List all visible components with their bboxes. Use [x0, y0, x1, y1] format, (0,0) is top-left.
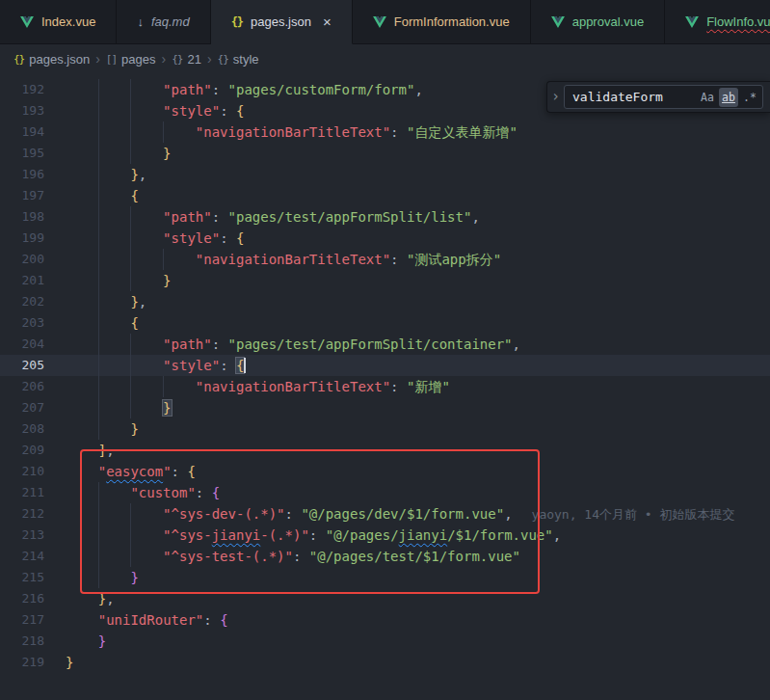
- code-line[interactable]: 217"uniIdRouter": {: [0, 609, 770, 631]
- code-line[interactable]: 213"^sys-jianyi-(.*)": "@/pages/jianyi/$…: [0, 525, 770, 546]
- line-number[interactable]: 204: [0, 334, 44, 355]
- code-text[interactable]: }: [44, 631, 770, 652]
- code-text[interactable]: "style": {: [44, 355, 770, 376]
- code-text[interactable]: }: [44, 143, 770, 164]
- code-text[interactable]: "^sys-jianyi-(.*)": "@/pages/jianyi/$1/f…: [44, 525, 770, 546]
- code-line[interactable]: 204"path": "pages/test/appFormSplit/cont…: [0, 334, 770, 355]
- editor[interactable]: 192"path": "pages/customForm/form",193"s…: [0, 73, 770, 700]
- breadcrumb-item-style[interactable]: {}style: [218, 52, 259, 67]
- line-number[interactable]: 214: [0, 546, 44, 567]
- line-number[interactable]: 219: [0, 652, 44, 673]
- code-line[interactable]: 203{: [0, 312, 770, 334]
- code-line[interactable]: 206"navigationBarTitleText": "新增": [0, 376, 770, 397]
- tab-faq-md[interactable]: ↓faq.md: [117, 0, 210, 44]
- code-line[interactable]: 214"^sys-test-(.*)": "@/pages/test/$1/fo…: [0, 546, 770, 567]
- code-token: :: [293, 549, 309, 564]
- code-text[interactable]: "^sys-test-(.*)": "@/pages/test/$1/form.…: [44, 546, 770, 567]
- code-line[interactable]: 202},: [0, 291, 770, 312]
- code-text[interactable]: "path": "pages/test/appFormSplit/list",: [44, 206, 770, 228]
- code-line[interactable]: 195}: [0, 143, 770, 164]
- code-line[interactable]: 197{: [0, 185, 770, 206]
- code-line[interactable]: 212"^sys-dev-(.*)": "@/pages/dev/$1/form…: [0, 503, 770, 525]
- find-input[interactable]: validateForm Aaab.*: [564, 85, 763, 109]
- code-line[interactable]: 215}: [0, 567, 770, 588]
- code-line[interactable]: 198"path": "pages/test/appFormSplit/list…: [0, 206, 770, 228]
- line-number[interactable]: 194: [0, 121, 44, 143]
- code-line[interactable]: 219}: [0, 652, 770, 673]
- code-text[interactable]: "navigationBarTitleText": "测试app拆分": [44, 249, 770, 270]
- code-text[interactable]: },: [44, 291, 770, 312]
- tab-index-vue[interactable]: Index.vue: [0, 0, 117, 44]
- line-number[interactable]: 199: [0, 228, 44, 249]
- code-line[interactable]: 201}: [0, 270, 770, 291]
- line-number[interactable]: 201: [0, 270, 44, 291]
- line-number[interactable]: 205: [0, 355, 44, 376]
- match-case-toggle[interactable]: Aa: [698, 88, 717, 107]
- code-line[interactable]: 218}: [0, 631, 770, 652]
- code-line[interactable]: 210"easycom": {: [0, 461, 770, 482]
- tab-flowinfo-vu[interactable]: FlowInfo.vu: [665, 0, 770, 44]
- line-number[interactable]: 210: [0, 461, 44, 482]
- code-text[interactable]: },: [44, 588, 770, 609]
- line-number[interactable]: 196: [0, 164, 44, 185]
- whole-word-toggle[interactable]: ab: [719, 88, 738, 107]
- code-text[interactable]: }: [44, 418, 770, 440]
- breadcrumb-item-pages-json[interactable]: {}pages.json: [13, 52, 90, 67]
- code-text[interactable]: }: [44, 567, 770, 588]
- breadcrumb-item-pages[interactable]: []pages: [106, 52, 156, 67]
- line-number[interactable]: 206: [0, 376, 44, 397]
- code-line[interactable]: 208}: [0, 418, 770, 440]
- line-number[interactable]: 216: [0, 588, 44, 609]
- code-text[interactable]: }: [44, 652, 770, 673]
- expand-replace-chevron[interactable]: ›: [547, 90, 564, 104]
- tab-approval-vue[interactable]: approval.vue: [531, 0, 665, 44]
- code-text[interactable]: "navigationBarTitleText": "自定义表单新增": [44, 121, 770, 143]
- line-number[interactable]: 213: [0, 525, 44, 546]
- code-token: jianyi: [399, 527, 448, 543]
- indent-guide: [66, 376, 98, 397]
- breadcrumb-item-21[interactable]: {}21: [172, 52, 201, 67]
- code-line[interactable]: 199"style": {: [0, 228, 770, 249]
- code-line[interactable]: 209],: [0, 440, 770, 461]
- line-number[interactable]: 198: [0, 206, 44, 228]
- code-line[interactable]: 194"navigationBarTitleText": "自定义表单新增": [0, 121, 770, 143]
- code-text[interactable]: },: [44, 164, 770, 185]
- code-text[interactable]: }: [44, 270, 770, 291]
- code-text[interactable]: "style": {: [44, 228, 770, 249]
- code-text[interactable]: ],: [44, 440, 770, 461]
- line-number[interactable]: 212: [0, 503, 44, 525]
- line-number[interactable]: 215: [0, 567, 44, 588]
- code-text[interactable]: "navigationBarTitleText": "新增": [44, 376, 770, 397]
- code-line[interactable]: 207}: [0, 397, 770, 418]
- code-text[interactable]: "uniIdRouter": {: [44, 609, 770, 631]
- line-number[interactable]: 209: [0, 440, 44, 461]
- code-line[interactable]: 205"style": {: [0, 355, 770, 376]
- code-text[interactable]: {: [44, 312, 770, 334]
- code-text[interactable]: "custom": {: [44, 482, 770, 503]
- line-number[interactable]: 208: [0, 418, 44, 440]
- line-number[interactable]: 211: [0, 482, 44, 503]
- code-line[interactable]: 216},: [0, 588, 770, 609]
- code-text[interactable]: "easycom": {: [44, 461, 770, 482]
- tab-pages-json[interactable]: {}pages.json×: [211, 0, 353, 44]
- line-number[interactable]: 217: [0, 609, 44, 631]
- regex-toggle[interactable]: .*: [740, 88, 759, 107]
- code-text[interactable]: {: [44, 185, 770, 206]
- line-number[interactable]: 200: [0, 249, 44, 270]
- code-line[interactable]: 196},: [0, 164, 770, 185]
- line-number[interactable]: 192: [0, 79, 44, 100]
- line-number[interactable]: 197: [0, 185, 44, 206]
- code-line[interactable]: 200"navigationBarTitleText": "测试app拆分": [0, 249, 770, 270]
- close-icon[interactable]: ×: [323, 14, 332, 29]
- code-text[interactable]: "path": "pages/test/appFormSplit/contain…: [44, 334, 770, 355]
- line-number[interactable]: 193: [0, 100, 44, 121]
- line-number[interactable]: 195: [0, 143, 44, 164]
- line-number[interactable]: 203: [0, 312, 44, 334]
- line-number[interactable]: 202: [0, 291, 44, 312]
- code-line[interactable]: 211"custom": {: [0, 482, 770, 503]
- code-text[interactable]: }: [44, 397, 770, 418]
- tab-forminformation-vue[interactable]: FormInformation.vue: [353, 0, 531, 44]
- code-text[interactable]: "^sys-dev-(.*)": "@/pages/dev/$1/form.vu…: [44, 503, 770, 525]
- line-number[interactable]: 218: [0, 631, 44, 652]
- line-number[interactable]: 207: [0, 397, 44, 418]
